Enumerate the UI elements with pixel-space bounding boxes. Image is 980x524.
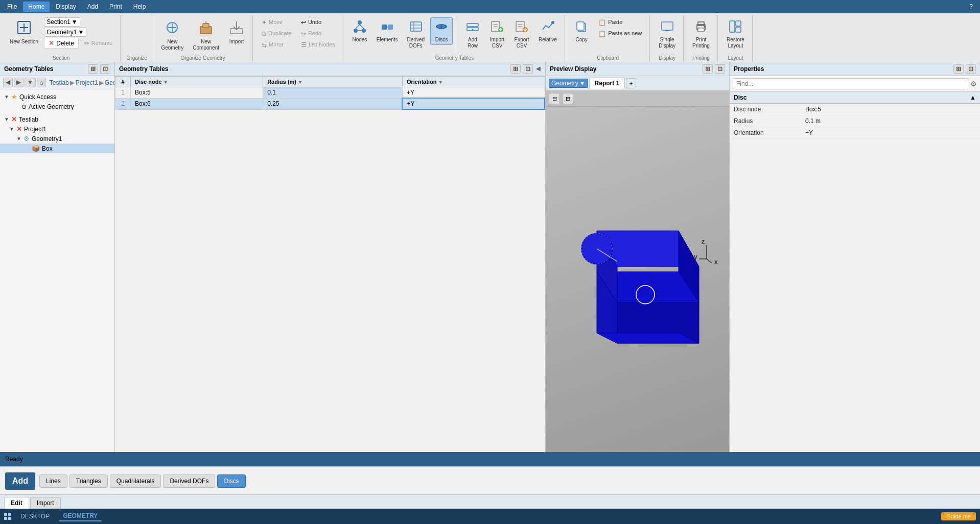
geometry-dropdown[interactable]: Geometry1 ▼ xyxy=(44,28,86,37)
add-row-button[interactable]: AddRow xyxy=(461,17,484,51)
menu-display[interactable]: Display xyxy=(51,2,81,12)
preview-max[interactable]: ⊡ xyxy=(715,64,725,74)
list-nodes-button[interactable]: ☰ List Nodes xyxy=(297,40,339,50)
menu-help[interactable]: Help xyxy=(128,2,151,12)
new-geometry-button[interactable]: NewGeometry xyxy=(157,17,187,53)
ribbon: New Section Section1 ▼ Geometry1 ▼ xyxy=(0,13,980,62)
breadcrumb-back[interactable]: ◀ xyxy=(3,78,13,87)
import-button[interactable]: Import xyxy=(225,17,248,47)
breadcrumb-history[interactable]: ▼ xyxy=(25,78,36,87)
add-tab-triangles[interactable]: Triangles xyxy=(69,474,108,488)
svg-rect-44 xyxy=(577,22,584,30)
geo-tables-title: Geometry Tables xyxy=(435,54,474,61)
props-settings-icon[interactable]: ⚙ xyxy=(970,80,977,88)
section-dropdown[interactable]: Section1 ▼ xyxy=(44,17,80,27)
box-item[interactable]: 📦 Box xyxy=(0,144,114,153)
menu-print[interactable]: Print xyxy=(104,2,127,12)
panel-split-icon[interactable]: ⊞ xyxy=(88,64,98,74)
table-row[interactable]: 2 Box:6 0.25 +Y xyxy=(115,98,545,109)
view-btn-2[interactable]: ⊞ xyxy=(562,93,573,104)
props-split[interactable]: ⊞ xyxy=(953,64,964,74)
add-tab-lines[interactable]: Lines xyxy=(39,474,67,488)
panel-max-icon[interactable]: ⊡ xyxy=(100,64,110,74)
geometry-view-dropdown[interactable]: Geometry ▼ xyxy=(549,79,588,88)
help-icon[interactable]: ? xyxy=(964,2,978,12)
props-section-disc[interactable]: Disc ▲ xyxy=(730,92,980,104)
nav-geometry[interactable]: GEOMETRY xyxy=(59,511,102,521)
single-display-button[interactable]: SingleDisplay xyxy=(655,17,679,51)
geometry-name: Geometry1 xyxy=(46,29,77,36)
edit-tab[interactable]: Edit xyxy=(4,497,29,509)
radius-label: Radius xyxy=(734,117,805,125)
paste-button[interactable]: 📋 Paste xyxy=(595,17,645,28)
bc-geometry[interactable]: Geometry1 xyxy=(105,79,115,86)
active-geometry-label: Active Geometry xyxy=(29,103,74,110)
box-3d-svg: z x y xyxy=(551,170,725,389)
copy-button[interactable]: Copy xyxy=(570,17,593,45)
nodes-button[interactable]: Nodes xyxy=(348,17,371,45)
menu-add[interactable]: Add xyxy=(82,2,103,12)
guide-me-button[interactable]: Guide me xyxy=(941,512,976,520)
list-nodes-label: List Nodes xyxy=(309,41,335,48)
quick-access-section[interactable]: ▼ ★ Quick Access xyxy=(0,91,114,102)
move-icon: ✦ xyxy=(262,19,267,26)
preview-title: Preview Display xyxy=(550,65,596,73)
geo-table-max[interactable]: ⊡ xyxy=(523,64,533,74)
ribbon-group-section: New Section Section1 ▼ Geometry1 ▼ xyxy=(2,15,121,62)
import-csv-button[interactable]: ImportCSV xyxy=(486,17,508,51)
view-btn-1[interactable]: ⊟ xyxy=(549,93,560,104)
axis-y-label: y xyxy=(694,253,697,260)
elements-button[interactable]: Elements xyxy=(373,17,402,45)
ribbon-group-organize: Organize xyxy=(122,15,152,62)
org-geometry-items: NewGeometry NewComponent Import xyxy=(157,17,248,54)
derived-dofs-button[interactable]: DerivedDOFs xyxy=(404,17,428,51)
printing-items: PrintPrinting xyxy=(689,17,713,54)
add-button[interactable]: Add xyxy=(5,472,35,490)
menu-home[interactable]: Home xyxy=(23,2,50,12)
project1-item[interactable]: ▼ ✕ Project1 xyxy=(0,124,114,134)
bc-project[interactable]: Project1 xyxy=(76,79,98,86)
discs-button[interactable]: Discs xyxy=(430,17,453,45)
geo-table-split[interactable]: ⊞ xyxy=(510,64,521,74)
export-csv-button[interactable]: ExportCSV xyxy=(510,17,533,51)
paste-as-new-button[interactable]: 📋 Paste as new xyxy=(595,29,645,39)
menu-file[interactable]: File xyxy=(2,2,22,12)
add-report-tab[interactable]: + xyxy=(626,78,636,88)
preview-split[interactable]: ⊞ xyxy=(703,64,713,74)
nav-desktop[interactable]: DESKTOP xyxy=(16,512,54,521)
geo-collapse-btn[interactable]: ◀ xyxy=(535,64,541,74)
rename-button[interactable]: ✏ Rename xyxy=(81,38,116,49)
print-button[interactable]: PrintPrinting xyxy=(689,17,713,51)
add-tab-derived-dofs[interactable]: Derived DOFs xyxy=(163,474,215,488)
add-tab-discs[interactable]: Discs xyxy=(217,474,245,488)
mirror-icon: ⇆ xyxy=(262,41,267,49)
table-row[interactable]: 1 Box:5 0.1 +Y xyxy=(115,87,545,99)
props-max[interactable]: ⊡ xyxy=(966,64,976,74)
export-csv-label: ExportCSV xyxy=(515,37,529,49)
bc-testlab[interactable]: Testlab xyxy=(50,79,69,86)
col-radius[interactable]: Radius (m) ▼ xyxy=(263,77,403,87)
duplicate-button[interactable]: ⧉ Duplicate xyxy=(258,29,295,39)
col-orientation[interactable]: Orientation ▼ xyxy=(402,77,545,87)
move-button[interactable]: ✦ Move xyxy=(258,17,295,28)
import-label: Import xyxy=(229,39,244,45)
col-disc-node[interactable]: Disc node ▼ xyxy=(131,77,263,87)
desktop-grid-icon[interactable] xyxy=(4,513,11,520)
testlab-item[interactable]: ▼ ✕ Testlab xyxy=(0,114,114,124)
props-search-input[interactable] xyxy=(733,78,968,89)
mirror-button[interactable]: ⇆ Mirror xyxy=(258,40,295,50)
delete-button[interactable]: ✕ Delete xyxy=(44,38,79,49)
breadcrumb-home[interactable]: ⌂ xyxy=(37,78,46,87)
geometry1-item[interactable]: ▼ ⚙ Geometry1 xyxy=(0,134,114,144)
new-component-button[interactable]: NewComponent xyxy=(189,17,223,53)
breadcrumb-forward[interactable]: ▶ xyxy=(14,78,24,87)
report1-tab[interactable]: Report 1 xyxy=(589,78,625,89)
undo-button[interactable]: ↩ Undo xyxy=(297,17,339,28)
new-section-button[interactable]: New Section xyxy=(6,17,42,47)
restore-layout-button[interactable]: RestoreLayout xyxy=(723,17,748,51)
redo-button[interactable]: ↪ Redo xyxy=(297,29,339,39)
import-tab[interactable]: Import xyxy=(30,497,61,509)
relative-button[interactable]: Relative xyxy=(535,17,561,45)
active-geometry-item[interactable]: ⊙ Active Geometry xyxy=(0,102,114,111)
add-tab-quads[interactable]: Quadrilaterals xyxy=(110,474,161,488)
